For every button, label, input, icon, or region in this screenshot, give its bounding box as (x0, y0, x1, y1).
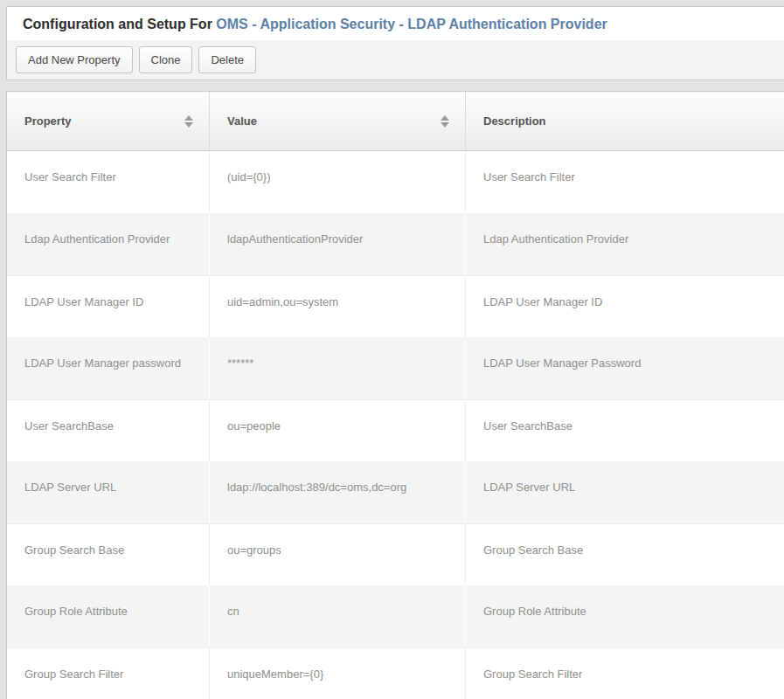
config-panel: Configuration and Setup For OMS - Applic… (6, 6, 784, 80)
column-header-value[interactable]: Value (210, 92, 466, 150)
description-cell: User Search Filter (466, 151, 784, 213)
table-row[interactable]: Group Search Base ou=groups Group Search… (7, 523, 784, 585)
property-cell: User Search Filter (7, 151, 210, 213)
page-title: Configuration and Setup For OMS - Applic… (7, 7, 784, 40)
value-cell: ****** (210, 337, 466, 399)
value-cell: ou=people (210, 400, 466, 461)
table-header-row: Property Value Description (7, 92, 784, 151)
value-cell: (uid={0}) (210, 151, 466, 213)
table-row[interactable]: Ldap Authentication Provider ldapAuthent… (7, 213, 784, 275)
sort-icon[interactable] (184, 115, 193, 128)
value-cell: uid=admin,ou=system (210, 276, 466, 337)
page-title-target: OMS - Application Security - LDAP Authen… (216, 17, 607, 31)
property-cell: Group Search Base (7, 524, 210, 585)
property-cell: Group Role Attribute (7, 585, 210, 647)
table-row[interactable]: LDAP User Manager password ****** LDAP U… (7, 337, 784, 399)
description-cell: Group Search Base (466, 524, 784, 585)
column-header-property[interactable]: Property (7, 92, 210, 150)
property-cell: Ldap Authentication Provider (7, 213, 210, 275)
description-cell: LDAP User Manager Password (466, 337, 784, 399)
properties-table: Property Value Description User Search F… (6, 91, 784, 699)
property-cell: LDAP User Manager password (7, 337, 210, 399)
description-cell: User SearchBase (466, 400, 784, 461)
description-cell: Ldap Authentication Provider (466, 213, 784, 275)
description-cell: LDAP User Manager ID (466, 276, 784, 337)
delete-button[interactable]: Delete (198, 46, 256, 73)
table-body: User Search Filter (uid={0}) User Search… (7, 151, 784, 699)
description-cell: Group Role Attribute (466, 585, 784, 647)
value-cell: cn (210, 585, 466, 647)
table-row[interactable]: User SearchBase ou=people User SearchBas… (7, 399, 784, 461)
description-cell: LDAP Server URL (466, 461, 784, 523)
value-cell: ldapAuthenticationProvider (210, 213, 466, 275)
value-cell: ldap://localhost:389/dc=oms,dc=org (210, 461, 466, 523)
table-row[interactable]: Group Search Filter uniqueMember={0} Gro… (7, 647, 784, 699)
toolbar: Add New Property Clone Delete (7, 40, 784, 80)
property-cell: LDAP User Manager ID (7, 276, 210, 337)
column-header-label: Property (24, 114, 71, 128)
table-row[interactable]: LDAP User Manager ID uid=admin,ou=system… (7, 275, 784, 337)
table-row[interactable]: Group Role Attribute cn Group Role Attri… (7, 585, 784, 647)
value-cell: uniqueMember={0} (210, 648, 466, 699)
table-row[interactable]: LDAP Server URL ldap://localhost:389/dc=… (7, 461, 784, 523)
page-title-prefix: Configuration and Setup For (23, 17, 216, 31)
property-cell: LDAP Server URL (7, 461, 210, 523)
column-header-label: Description (483, 114, 546, 128)
property-cell: Group Search Filter (7, 648, 210, 699)
sort-descending-arrow-icon (184, 122, 193, 128)
table-row[interactable]: User Search Filter (uid={0}) User Search… (7, 151, 784, 213)
sort-ascending-arrow-icon (441, 115, 449, 121)
sort-descending-arrow-icon (441, 122, 449, 128)
sort-icon[interactable] (441, 115, 449, 128)
column-header-description[interactable]: Description (466, 92, 784, 150)
description-cell: Group Search Filter (466, 648, 784, 699)
sort-ascending-arrow-icon (184, 115, 193, 121)
clone-button[interactable]: Clone (139, 46, 193, 73)
value-cell: ou=groups (210, 524, 466, 585)
column-header-label: Value (227, 114, 257, 128)
add-new-property-button[interactable]: Add New Property (16, 46, 133, 73)
property-cell: User SearchBase (7, 400, 210, 461)
